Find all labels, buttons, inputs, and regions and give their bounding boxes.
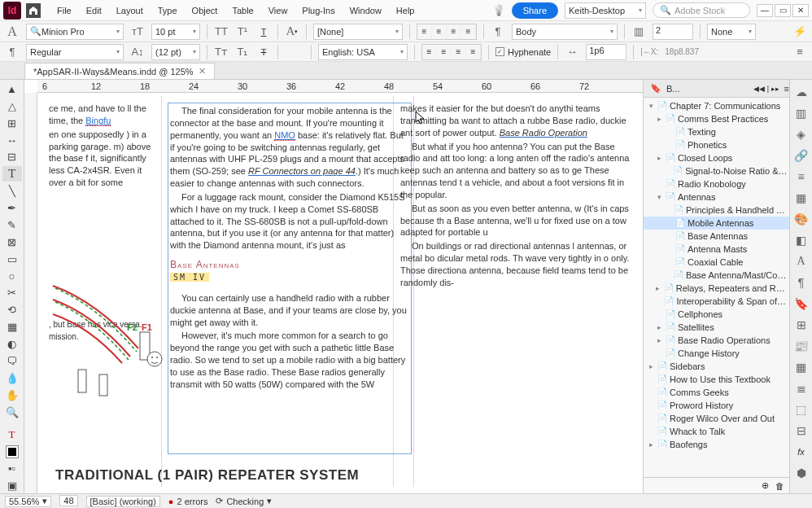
text-column-2[interactable]: The final consideration for your mobile …: [168, 103, 412, 454]
menu-layout[interactable]: Layout: [110, 2, 150, 19]
bookmark-item[interactable]: 📄Phonetics: [644, 138, 789, 151]
note-tool[interactable]: 🗨: [2, 353, 22, 369]
bookmark-item[interactable]: ▸📄Base Radio Operations: [644, 334, 789, 347]
pen-tool[interactable]: ✒: [2, 200, 22, 216]
bookmark-item[interactable]: ▸📄Closed Loops: [644, 151, 789, 164]
char-style-combo[interactable]: [None]▾: [313, 24, 403, 40]
strike-icon[interactable]: T: [256, 45, 271, 59]
stroke-panel-icon[interactable]: ≡: [794, 169, 809, 184]
zoom-tool[interactable]: 🔍: [2, 405, 22, 420]
glyphs-panel-icon[interactable]: ⊞: [794, 318, 809, 332]
quick-apply-icon[interactable]: ⚡: [792, 24, 807, 39]
maximize-button[interactable]: ▭: [775, 4, 791, 17]
language-combo[interactable]: English: USA▾: [318, 44, 408, 60]
table-panel-icon[interactable]: ▦: [794, 360, 809, 374]
text-wrap-panel-icon[interactable]: ⬚: [794, 402, 809, 417]
story-panel-icon[interactable]: 📰: [794, 339, 809, 353]
cc-libraries-icon[interactable]: ☁: [794, 85, 809, 99]
bookmark-item[interactable]: 📄Texting: [644, 125, 789, 138]
gradient-panel-icon[interactable]: ◧: [794, 233, 809, 247]
links-panel-icon[interactable]: 🔗: [794, 148, 809, 163]
bookmark-item[interactable]: 📄Interoperability & Span of Control: [644, 295, 789, 308]
bookmark-item[interactable]: 📄Cellphones: [644, 308, 789, 321]
panel-menu-icon[interactable]: ≡: [792, 45, 807, 59]
apply-color-icon[interactable]: ▪▫: [2, 461, 22, 476]
menu-window[interactable]: Window: [343, 2, 388, 19]
document-canvas[interactable]: 61218243036424854606672 ce me, and have …: [24, 80, 643, 493]
menu-object[interactable]: Object: [186, 2, 225, 19]
bookmark-item[interactable]: 📄Comms Geeks: [644, 386, 789, 399]
bookmark-item[interactable]: 📄Antenna Masts: [644, 243, 789, 256]
char-format-icon[interactable]: A: [5, 24, 20, 39]
hyphenate-checkbox[interactable]: ✓Hyphenate: [495, 47, 551, 57]
rf-connectors-link[interactable]: RF Connectors on page 44: [248, 166, 356, 176]
columns-field[interactable]: 2: [653, 24, 693, 40]
bookmark-item[interactable]: 📄Base Antennas: [644, 230, 789, 243]
smallcaps-icon[interactable]: Tᴛ: [214, 45, 229, 59]
view-mode-icon[interactable]: ▣: [2, 478, 22, 493]
superscript-icon[interactable]: T¹: [235, 24, 250, 39]
bookmark-item[interactable]: ▸📄Satellites: [644, 321, 789, 334]
bookmarks-panel-icon[interactable]: 🔖: [794, 296, 809, 311]
font-family-combo[interactable]: 🔍 Minion Pro▾: [26, 24, 124, 40]
status-style[interactable]: [Basic] (working): [86, 496, 160, 507]
align-right-icon[interactable]: ≡: [447, 24, 461, 39]
bookmark-item[interactable]: ▾📄Chapter 7: Communications: [644, 99, 789, 112]
gutter-field[interactable]: 1p6: [586, 44, 626, 60]
page-tool[interactable]: ⊞: [2, 116, 22, 131]
bookmark-item[interactable]: ▸📄Relays, Repeaters and Retransmit...: [644, 282, 789, 295]
effects-panel-icon[interactable]: fx: [794, 444, 809, 459]
underline-icon[interactable]: T: [256, 24, 271, 39]
paragraph-panel-icon[interactable]: ¶: [794, 275, 809, 290]
selection-tool[interactable]: ▲: [2, 81, 22, 97]
font-weight-combo[interactable]: Regular▾: [26, 44, 124, 60]
fill-stroke-swap[interactable]: [2, 444, 22, 460]
bookmark-item[interactable]: 📄Principles & Handheld Antennas: [644, 204, 789, 217]
bookmark-item[interactable]: 📄Mobile Antennas: [644, 217, 789, 230]
bookmark-item[interactable]: 📄Base Antenna/Mast/Coax Feat...: [644, 269, 789, 282]
align-panel-icon[interactable]: ⊟: [794, 423, 809, 438]
page-spread[interactable]: ce me, and have to ll the time, the Bing…: [49, 96, 636, 487]
nmo-link[interactable]: NMO: [274, 130, 295, 141]
bookmarks-panel-tab[interactable]: 🔖 B... ◀◀ | ▸▸ ≡: [644, 80, 789, 98]
leading-combo[interactable]: (12 pt)▾: [151, 44, 200, 60]
bookmark-item[interactable]: 📄How to Use this Textbook: [644, 373, 789, 386]
character-panel-icon[interactable]: A: [794, 254, 809, 269]
allcaps-icon[interactable]: TT: [214, 24, 229, 39]
close-button[interactable]: ✕: [792, 4, 809, 17]
bookmarks-list[interactable]: ▾📄Chapter 7: Communications▸📄Comms Best …: [644, 98, 789, 477]
gradient-swatch-tool[interactable]: ▦: [2, 319, 22, 335]
eyedropper-tool[interactable]: 💧: [2, 370, 22, 386]
align-justify-icon[interactable]: ≡: [461, 24, 476, 39]
bookmark-item[interactable]: 📄Signal-to-Noise Ratio & Info Redu...: [644, 164, 789, 177]
col-rule-combo[interactable]: None▾: [707, 24, 756, 40]
gap-tool[interactable]: ↔: [2, 133, 22, 148]
bookmark-item[interactable]: 📄Proword History: [644, 399, 789, 412]
fill-color-icon[interactable]: A▾: [285, 24, 299, 39]
vertical-ruler[interactable]: [24, 93, 37, 493]
line-tool[interactable]: ╲: [2, 183, 22, 199]
free-transform-tool[interactable]: ⟲: [2, 302, 22, 318]
direct-selection-tool[interactable]: △: [2, 99, 22, 114]
menu-help[interactable]: Help: [390, 2, 421, 19]
bingfu-link[interactable]: Bingfu: [85, 116, 111, 126]
object-styles-panel-icon[interactable]: ⬢: [794, 466, 809, 480]
bookmark-item[interactable]: ▾📄Antennas: [644, 190, 789, 204]
scissors-tool[interactable]: ✂: [2, 286, 22, 301]
swatches-panel-icon[interactable]: ▦: [794, 190, 809, 205]
subscript-icon[interactable]: T₁: [235, 45, 250, 59]
bookmark-item[interactable]: 📄Change History: [644, 347, 789, 360]
bookmark-item[interactable]: 📄Radio Knobology: [644, 177, 789, 190]
align-center-icon[interactable]: ≡: [432, 24, 447, 39]
delete-bookmark-icon[interactable]: 🗑: [775, 481, 784, 491]
fill-stroke-selected-icon[interactable]: T: [2, 427, 22, 443]
help-hint-icon[interactable]: [492, 4, 505, 16]
pencil-tool[interactable]: ✎: [2, 217, 22, 233]
close-tab-icon[interactable]: ✕: [199, 66, 206, 77]
base-radio-link[interactable]: Base Radio Operation: [500, 128, 587, 138]
hand-tool[interactable]: ✋: [2, 388, 22, 403]
text-column-1[interactable]: ce me, and have to ll the time, the Bing…: [49, 103, 155, 454]
bookmark-item[interactable]: ▸📄Sidebars: [644, 360, 789, 373]
para-icon[interactable]: ¶: [5, 45, 20, 59]
font-size-combo[interactable]: 10 pt▾: [151, 24, 200, 40]
